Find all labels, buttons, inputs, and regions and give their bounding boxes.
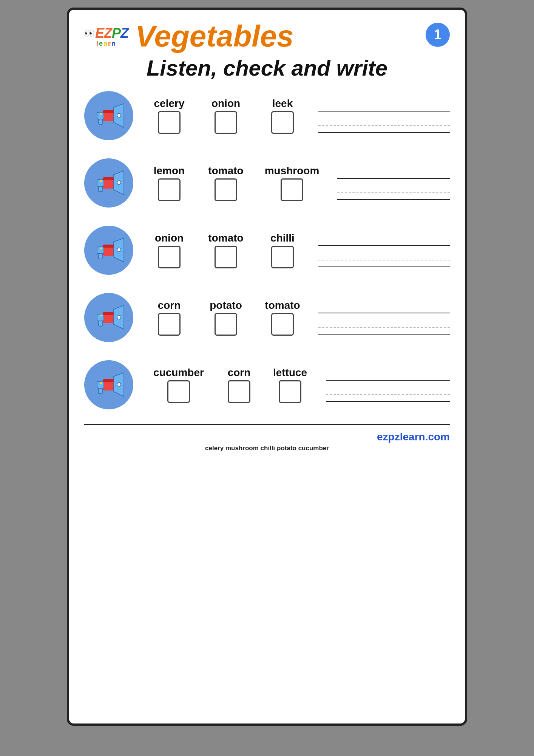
logo-ez: EZ	[95, 25, 112, 41]
checkbox-4-2[interactable]	[215, 313, 237, 336]
options-labels-5: cucumber corn lettuce	[141, 367, 318, 379]
svg-rect-4	[103, 110, 114, 113]
options-area-3: onion tomato chilli	[141, 232, 311, 268]
page-title: Vegetables	[135, 21, 426, 51]
options-labels-2: lemon tomato mushroom	[141, 165, 330, 177]
footer-website: ezpzlearn.com	[84, 429, 450, 443]
checkbox-1-1[interactable]	[158, 111, 181, 134]
megaphone-icon-5	[92, 371, 126, 399]
option-label-2-2: tomato	[198, 165, 254, 177]
option-label-1-2: onion	[198, 98, 254, 110]
checkboxes-4	[141, 313, 311, 336]
checkbox-4-1[interactable]	[158, 313, 181, 336]
checkbox-3-1[interactable]	[158, 246, 181, 268]
checkbox-wrap-1-3	[254, 111, 311, 134]
svg-point-26	[117, 315, 121, 319]
logo-top: 👀 EZPZ	[84, 25, 128, 41]
checkbox-3-3[interactable]	[271, 246, 294, 268]
svg-rect-27	[100, 315, 102, 316]
checkbox-2-2[interactable]	[215, 178, 237, 201]
logo: 👀 EZPZ learn	[84, 25, 128, 48]
checkbox-2-3[interactable]	[281, 178, 303, 201]
checkbox-wrap-4-3	[254, 313, 311, 336]
page-number: 1	[426, 23, 450, 47]
checkbox-wrap-2-1	[141, 178, 198, 201]
option-label-5-2: corn	[216, 367, 262, 379]
checkbox-3-2[interactable]	[215, 246, 237, 268]
write-line-1-top[interactable]	[318, 99, 450, 112]
options-area-4: corn potato tomato	[141, 299, 311, 336]
write-line-2-top[interactable]	[337, 166, 450, 179]
write-line-3-dash	[318, 249, 450, 260]
checkbox-1-3[interactable]	[271, 111, 294, 134]
svg-rect-3	[99, 119, 102, 124]
option-label-1-1: celery	[141, 98, 198, 110]
megaphone-1[interactable]	[84, 91, 133, 140]
checkbox-wrap-5-2	[216, 380, 262, 403]
svg-rect-6	[100, 113, 102, 115]
footer-divider	[84, 424, 450, 425]
checkbox-4-3[interactable]	[271, 313, 294, 336]
megaphone-3[interactable]	[84, 226, 133, 275]
exercise-row-3: onion tomato chilli	[84, 222, 450, 279]
write-area-4	[311, 301, 450, 335]
options-labels-4: corn potato tomato	[141, 299, 311, 311]
write-line-1-bottom	[318, 129, 450, 133]
checkboxes-1	[141, 111, 311, 134]
checkbox-5-2[interactable]	[228, 380, 250, 403]
option-label-3-3: chilli	[254, 232, 311, 244]
megaphone-5[interactable]	[84, 360, 133, 409]
write-line-3-bottom	[318, 263, 450, 267]
write-area-3	[311, 233, 450, 267]
svg-rect-25	[103, 312, 114, 315]
svg-rect-32	[103, 379, 114, 382]
write-line-5-dash	[326, 384, 450, 395]
write-area-2	[330, 166, 450, 200]
write-line-4-dash	[318, 316, 450, 328]
exercise-row-2: lemon tomato mushroom	[84, 155, 450, 211]
svg-point-12	[117, 181, 121, 184]
option-label-1-3: leek	[254, 98, 311, 110]
write-line-1-dash	[318, 115, 450, 126]
logo-p: P	[112, 25, 120, 41]
write-line-4-bottom	[318, 331, 450, 335]
svg-rect-10	[99, 186, 102, 192]
write-line-5-top[interactable]	[326, 368, 450, 381]
checkbox-5-3[interactable]	[279, 380, 301, 403]
checkbox-wrap-5-3	[262, 380, 318, 403]
checkbox-5-1[interactable]	[167, 380, 190, 403]
option-label-5-3: lettuce	[262, 367, 318, 379]
options-area-5: cucumber corn lettuce	[141, 367, 318, 403]
write-area-1	[311, 99, 450, 133]
checkbox-1-2[interactable]	[215, 111, 237, 134]
write-line-4-top[interactable]	[318, 301, 450, 313]
options-labels-1: celery onion leek	[141, 98, 311, 110]
megaphone-icon-2	[92, 169, 126, 197]
exercise-row-4: corn potato tomato	[84, 289, 450, 346]
exercise-row-1: celery onion leek	[84, 87, 450, 144]
checkbox-wrap-1-1	[141, 111, 198, 134]
svg-rect-17	[99, 254, 102, 259]
logo-learn: learn	[96, 40, 116, 48]
write-line-5-bottom	[326, 398, 450, 402]
options-labels-3: onion tomato chilli	[141, 232, 311, 244]
checkbox-2-1[interactable]	[158, 178, 181, 201]
checkbox-wrap-1-2	[198, 111, 254, 134]
write-line-3-top[interactable]	[318, 233, 450, 246]
logo-z: Z	[120, 25, 128, 41]
checkbox-wrap-4-1	[141, 313, 198, 336]
svg-rect-34	[100, 382, 102, 384]
exercise-row-5: cucumber corn lettuce	[84, 356, 450, 413]
option-label-4-2: potato	[198, 299, 254, 311]
svg-rect-31	[99, 388, 102, 393]
svg-rect-20	[100, 248, 102, 249]
svg-rect-11	[103, 177, 114, 180]
option-label-3-2: tomato	[198, 232, 254, 244]
megaphone-4[interactable]	[84, 293, 133, 342]
option-label-5-1: cucumber	[141, 367, 216, 379]
header: 👀 EZPZ learn Vegetables 1	[84, 21, 450, 51]
svg-point-19	[117, 248, 121, 252]
write-line-2-bottom	[337, 196, 450, 200]
option-label-4-3: tomato	[254, 299, 311, 311]
megaphone-2[interactable]	[84, 158, 133, 208]
